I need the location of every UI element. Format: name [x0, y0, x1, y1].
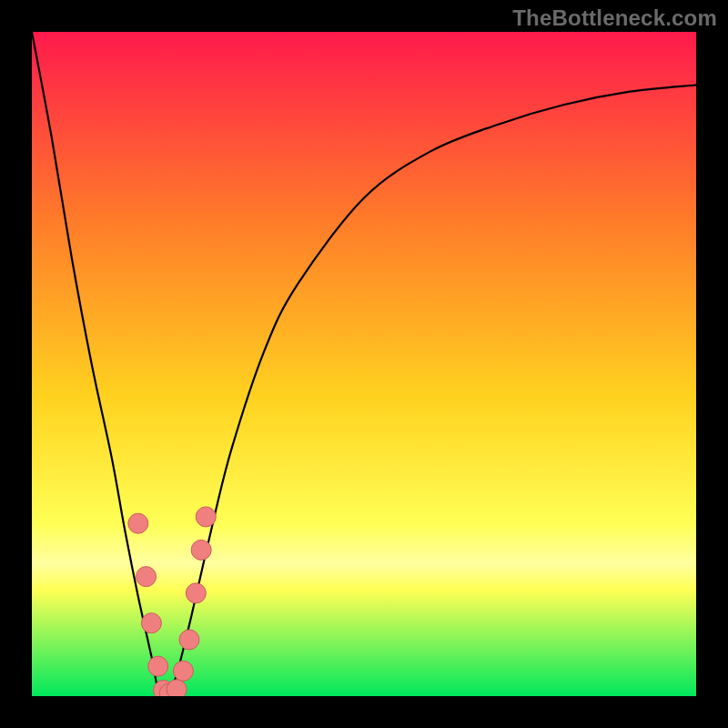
data-point: [136, 567, 157, 587]
data-point: [196, 507, 216, 527]
data-point: [191, 540, 211, 560]
plot-area: [32, 32, 696, 696]
data-point: [179, 630, 199, 650]
data-point: [173, 661, 193, 681]
chart-svg: [32, 32, 696, 696]
data-point: [128, 513, 148, 533]
data-point: [186, 583, 206, 603]
chart-frame: TheBottleneck.com: [0, 0, 728, 728]
data-point: [167, 680, 187, 696]
watermark-text: TheBottleneck.com: [512, 5, 717, 31]
gradient-background: [32, 32, 696, 696]
data-point: [148, 656, 168, 676]
data-point: [141, 613, 161, 633]
